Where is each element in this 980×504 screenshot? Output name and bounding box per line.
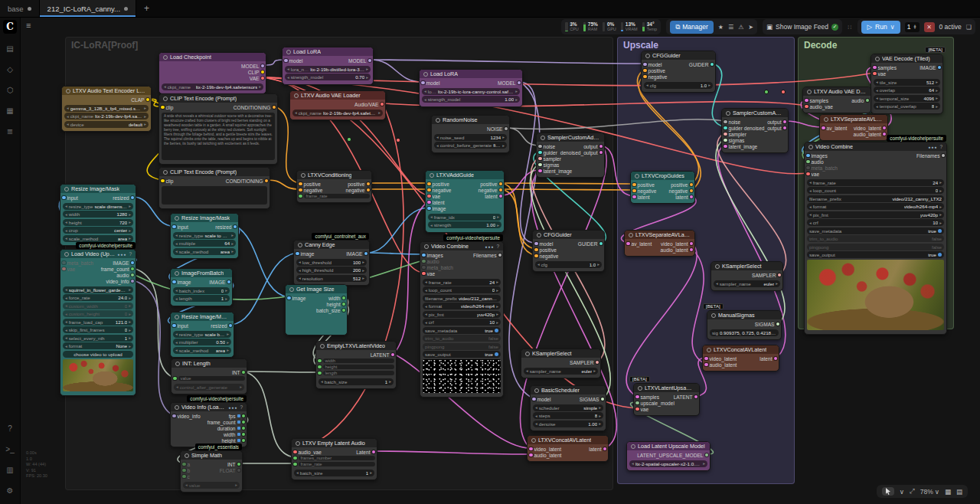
widget-resolution[interactable]: ◂resolution512▸ — [296, 275, 367, 282]
widget-steps[interactable]: ◂steps8▸ — [533, 412, 603, 419]
output-port-negative[interactable]: negative — [346, 187, 370, 193]
node-basic-scheduler[interactable]: BasicSchedulermodelSIGMAS◂schedulersimpl… — [530, 385, 606, 431]
input-port-value[interactable]: value — [173, 375, 245, 381]
widget-choose-video-to-upload[interactable]: choose video to upload — [63, 351, 133, 358]
output-port-MODEL[interactable]: MODEL — [348, 57, 371, 64]
sidebar-logs-icon[interactable]: ▥ — [3, 463, 17, 476]
output-port-CONDITIONING[interactable]: CONDITIONING — [234, 104, 276, 110]
collapse-icon[interactable] — [824, 117, 828, 122]
input-port-meta_batch[interactable]: meta_batch — [62, 260, 93, 266]
input-port-av_latent[interactable]: av_latent — [626, 241, 652, 247]
widget-skip-first-frames[interactable]: ◂skip_first_frames0▸ — [63, 326, 133, 333]
input-port-positive[interactable]: positive — [427, 181, 449, 187]
node-header-icons[interactable]: ●●● — [228, 405, 237, 410]
node-resize-image-mask-2[interactable]: Resize Image/Maskinputresized◂resize_typ… — [170, 213, 239, 259]
node-ltxv-latent-upsampler[interactable]: [BETA]LTXVLatentUpsamplersamplesLATENTup… — [633, 383, 700, 416]
show-image-feed-button[interactable]: ▣ Show Image Feed ✓ — [766, 23, 838, 31]
node-help-icon[interactable]: ? — [240, 404, 243, 410]
collapse-icon[interactable] — [296, 441, 300, 446]
widget-custom-width[interactable]: ◂custom_width0▸ — [63, 303, 133, 309]
input-port-audio_latent[interactable]: audio_latent — [704, 362, 737, 368]
collapse-icon[interactable] — [320, 344, 325, 349]
collapse-icon[interactable] — [807, 90, 812, 94]
node-ltxv-concat-av-latent-1[interactable]: LTXVConcatAVLatentvideo_latentlatentaudi… — [527, 435, 609, 462]
node-header[interactable]: Video Combine●●●? — [420, 242, 503, 250]
fit-view-icon[interactable]: ⤢ — [910, 487, 915, 496]
input-port-sampler[interactable]: sampler — [538, 155, 561, 162]
collapse-icon[interactable] — [808, 145, 813, 149]
output-port-fps[interactable]: fps — [229, 413, 245, 419]
input-port-sigmas[interactable]: sigmas — [724, 137, 744, 143]
widget-loop-count[interactable]: ◂loop_count0▸ — [423, 286, 501, 293]
node-load-lora-1[interactable]: Load LoRAmodelMODEL◂lora_n…ltx-2-19b-dis… — [282, 47, 374, 85]
node-header[interactable]: LTXVConditioning — [297, 171, 371, 179]
node-header[interactable]: CFGGuider — [642, 51, 715, 60]
widget-filename-prefix[interactable]: filename_prefixvideo/212_canny_ctrl — [423, 295, 501, 302]
input-port-latent[interactable]: latent — [427, 199, 445, 205]
comfyui-logo[interactable]: C — [3, 20, 17, 34]
node-header[interactable]: BasicScheduler — [531, 386, 606, 394]
output-port-GUIDER[interactable]: GUIDER — [689, 61, 714, 67]
collapse-icon[interactable] — [423, 72, 428, 77]
node-header[interactable]: Video Info (Loaded)●●●? — [171, 403, 247, 411]
widget-length[interactable]: ◂length1▸ — [173, 295, 230, 302]
node-header[interactable]: Get Image Size — [286, 285, 347, 293]
node-header[interactable]: CLIP Text Encode (Prompt) — [159, 94, 277, 103]
input-port-latent_image[interactable]: latent_image — [724, 143, 757, 149]
input-port-audio[interactable]: audio — [422, 258, 439, 264]
node-video-combine-final[interactable]: comfyui-videohelpersuiteVideo Combine●●●… — [804, 142, 947, 335]
star-icon[interactable]: ★ — [718, 24, 724, 31]
node-video-combine-canny[interactable]: comfyui-videohelpersuiteVideo Combine●●●… — [420, 241, 504, 398]
input-port-samples[interactable]: samples — [805, 97, 828, 103]
workflow-tab[interactable]: base — [0, 0, 40, 17]
widget-format[interactable]: ◂formatvideo/h264-mp4▸ — [807, 203, 944, 210]
input-port-meta_batch[interactable]: meta_batch — [422, 264, 453, 270]
run-button[interactable]: ▷ Run ∨ — [861, 21, 900, 34]
collapse-icon[interactable] — [531, 438, 536, 443]
node-header[interactable]: Simple Math — [181, 451, 242, 460]
input-port-positive[interactable]: positive — [643, 67, 665, 74]
node-header[interactable]: LTXV Audio VAE Decode — [803, 87, 871, 96]
widget-combo[interactable]: ◂ltx-2-spatial-upscaler-x2-1.0.saf…▸ — [629, 460, 707, 467]
output-port-Filenames[interactable]: Filenames — [473, 252, 501, 258]
widget-overlap[interactable]: ◂overlap64▸ — [874, 87, 940, 93]
widget-frame-rate[interactable]: ◂frame_rate24▸ — [423, 279, 501, 286]
sidebar-workflows-icon[interactable]: ▤ — [3, 41, 17, 55]
collapse-icon[interactable] — [301, 173, 305, 178]
widget-frame-load-cap[interactable]: ◂frame_load_cap121.0▸ — [63, 319, 133, 326]
node-cfg-guider[interactable]: CFGGuidermodelGUIDERpositivenegative◂cfg… — [532, 230, 605, 272]
input-port-upscale_model[interactable]: upscale_model — [635, 400, 675, 406]
input-port-audio_latent[interactable]: audio_latent — [529, 452, 561, 458]
widget-height[interactable]: ◂height720▸ — [63, 219, 133, 226]
collapse-icon[interactable] — [294, 93, 299, 98]
widget-device[interactable]: ◂devicedefault▸ — [64, 121, 149, 128]
input-port-input[interactable]: input — [172, 322, 188, 329]
output-port-latent[interactable]: latent — [485, 193, 502, 199]
pointer-tool-chevron-icon[interactable]: ∨ — [900, 488, 904, 496]
widget-batch-size[interactable]: ◂batch_size1▸ — [318, 378, 394, 385]
node-help-icon[interactable]: ? — [496, 244, 499, 249]
collapse-icon[interactable] — [541, 136, 545, 140]
queue-panel-icon[interactable]: ❏ — [966, 24, 972, 31]
collapse-icon[interactable] — [534, 388, 539, 393]
node-resize-image-mask-3[interactable]: Resize Image/Maskinputresized◂resize_typ… — [170, 312, 234, 358]
sidebar-templates-icon[interactable]: ▦ — [3, 103, 17, 117]
widget-denoise[interactable]: ◂denoise1.00▸ — [533, 421, 603, 427]
input-port-positive[interactable]: positive — [632, 182, 655, 188]
node-header[interactable]: VAE Decode (Tiled) — [871, 54, 942, 63]
widget-lo-[interactable]: ◂lo…ltx-2-19b-ic-lora-canny-control.safe… — [422, 88, 520, 95]
node-header[interactable]: RandomNoise — [432, 116, 509, 124]
collapse-icon[interactable] — [707, 348, 711, 352]
node-ksampler-select[interactable]: KSamplerSelectSAMPLER◂sampler_nameeuler▸ — [521, 349, 601, 378]
input-port-video_latent[interactable]: video_latent — [704, 355, 737, 362]
node-load-checkpoint[interactable]: Load CheckpointMODELCLIPVAE◂ckpt_nameltx… — [158, 52, 266, 94]
output-port-batch_size[interactable]: batch_size — [316, 307, 345, 313]
widget-loop-count[interactable]: ◂loop_count0▸ — [807, 187, 944, 194]
input-port-audio_vae[interactable]: audio_vae — [293, 449, 322, 455]
node-header[interactable]: INT: Length — [172, 359, 247, 368]
node-header[interactable]: CFGGuider — [533, 231, 604, 239]
node-sampler-custom-advanced[interactable]: SamplerCustomAdvancednoiseoutputguiderde… — [536, 133, 605, 178]
collapse-icon[interactable] — [726, 111, 730, 116]
zoom-level-dropdown[interactable]: 78% ∨ — [920, 488, 939, 496]
prompt-textarea[interactable] — [162, 186, 267, 205]
